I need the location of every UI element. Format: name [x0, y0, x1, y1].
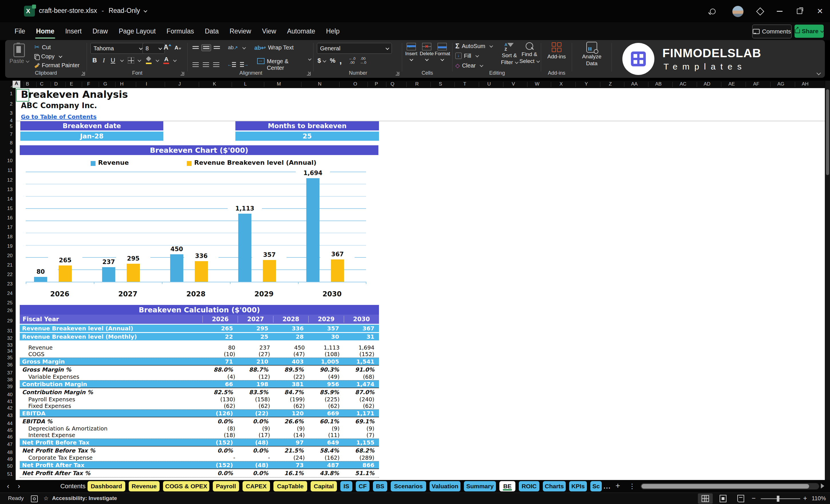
cell-value[interactable]: 30 [308, 333, 344, 340]
decrease-decimal-button[interactable]: .00→.0 [359, 57, 366, 65]
column-header-A-selected[interactable]: A [12, 81, 20, 89]
cell-value[interactable]: (158) [240, 396, 275, 403]
cell-value[interactable]: (62) [205, 403, 240, 409]
horizontal-scrollbar-thumb[interactable] [641, 484, 809, 489]
column-header-J[interactable]: J [179, 81, 181, 87]
cell-value[interactable]: 1,541 [344, 358, 379, 365]
row-header-51[interactable]: 51 [0, 471, 12, 477]
clipboard-dialog-launcher-icon[interactable] [81, 72, 85, 75]
column-header-D[interactable]: D [54, 81, 58, 87]
cell-value[interactable]: 21.5% [273, 447, 308, 454]
bar-revenue-breakeven-level-annual--2027[interactable] [127, 264, 140, 282]
insert-cells-button[interactable]: ← Insert [404, 42, 419, 62]
row-header-50[interactable]: 50 [0, 463, 12, 469]
sheet-tab-be[interactable]: BE [499, 481, 515, 492]
sheet-tab-summary[interactable]: Summary [464, 481, 496, 492]
premium-diamond-icon[interactable] [757, 7, 767, 17]
sheet-canvas[interactable]: Breakeven Analysis ABC Company Inc. Go t… [16, 88, 825, 480]
cell-value[interactable]: (4) [205, 374, 240, 380]
cell-value[interactable]: 1,155 [344, 439, 379, 446]
sheet-tab-charts[interactable]: Charts [543, 481, 566, 492]
cell-value[interactable]: 28 [273, 333, 308, 340]
row-header-20[interactable]: 20 [0, 253, 12, 259]
row-header-47[interactable]: 47 [0, 442, 12, 447]
borders-icon[interactable] [128, 57, 134, 63]
font-color-dropdown-icon[interactable] [173, 58, 177, 62]
bar-revenue-2026[interactable] [34, 277, 47, 282]
column-header-AG[interactable]: AG [777, 81, 785, 87]
cell-value[interactable]: (126) [202, 410, 238, 417]
cell-value[interactable]: 487 [308, 462, 344, 469]
cell-value[interactable]: 357 [308, 325, 344, 332]
number-format-combobox[interactable]: General [317, 43, 392, 54]
cell-value[interactable]: 0.0% [237, 470, 273, 476]
column-header-H[interactable]: H [120, 81, 124, 87]
menu-item-page-layout[interactable]: Page Layout [113, 25, 161, 38]
cell-value[interactable]: 0.0% [202, 418, 238, 425]
column-header-G[interactable]: G [103, 81, 107, 87]
vertical-scrollbar[interactable] [825, 81, 830, 480]
bar-revenue-2029[interactable] [238, 214, 251, 282]
bar-revenue-breakeven-level-annual--2028[interactable] [195, 261, 208, 282]
row-header-15[interactable]: 15 [0, 206, 12, 211]
row-header-26[interactable]: 26 [0, 308, 12, 314]
menu-item-data[interactable]: Data [199, 25, 224, 38]
cell-value[interactable]: 1,474 [344, 381, 379, 387]
column-headers[interactable]: A BCDEFGHIJKLMNOPQRSTUVWXYZAAABACADAEAFA… [0, 81, 825, 88]
cell-value[interactable]: (10) [205, 351, 240, 357]
row-header-43[interactable]: 43 [0, 413, 12, 418]
menu-item-help[interactable]: Help [321, 25, 345, 38]
row-header-37[interactable]: 37 [0, 370, 12, 376]
menu-item-file[interactable]: File [9, 25, 31, 38]
sheet-tab-valuation[interactable]: Valuation [429, 481, 460, 492]
row-header-8[interactable]: 8 [0, 140, 12, 146]
row-header-39[interactable]: 39 [0, 384, 12, 389]
cell-value[interactable]: 51.1% [344, 470, 379, 476]
cell-value[interactable]: (62) [344, 403, 379, 409]
cell-value[interactable]: 336 [273, 325, 308, 332]
row-headers[interactable]: 1234578910111213141516171819202122232425… [0, 88, 16, 480]
cell-value[interactable]: 89.5% [273, 367, 308, 373]
sheet-tab-capital[interactable]: Capital [311, 481, 337, 492]
row-header-48[interactable]: 48 [0, 450, 12, 455]
menu-item-formulas[interactable]: Formulas [161, 25, 199, 38]
cell-value[interactable]: 295 [237, 325, 273, 332]
cell-value[interactable]: 1,171 [344, 410, 379, 417]
minimize-button[interactable] [777, 7, 787, 17]
clear-button[interactable]: ◇Clear [455, 61, 492, 70]
cell-value[interactable]: (152) [344, 351, 379, 357]
font-name-combobox[interactable]: Tahoma [90, 43, 145, 54]
cell-value[interactable]: 210 [237, 358, 273, 365]
cell-value[interactable]: (7) [344, 432, 379, 439]
column-header-AA[interactable]: AA [631, 81, 638, 87]
decrease-font-size-button[interactable]: A [174, 44, 181, 51]
cell-value[interactable]: 71 [202, 358, 238, 365]
avatar[interactable] [732, 6, 744, 17]
page-break-view-button[interactable] [733, 494, 748, 504]
column-header-AC[interactable]: AC [679, 81, 687, 87]
search-icon[interactable] [710, 7, 720, 17]
column-header-L[interactable]: L [244, 81, 247, 87]
row-header-45[interactable]: 45 [0, 428, 12, 433]
cell-value[interactable]: 669 [308, 410, 344, 417]
wrap-text-button[interactable]: ab↩ Wrap Text [253, 43, 295, 53]
cell-value[interactable]: 16.1% [273, 470, 308, 476]
cell-value[interactable]: 649 [308, 439, 344, 446]
sheet-tab-scenarios[interactable]: Scenarios [391, 481, 426, 492]
row-header-36[interactable]: 36 [0, 362, 12, 368]
menu-item-home[interactable]: Home [31, 25, 60, 38]
cell-value[interactable]: (27) [240, 351, 275, 357]
orientation-icon[interactable]: ab↗ [226, 43, 240, 52]
cell-value[interactable]: (62) [310, 403, 344, 409]
column-header-C[interactable]: C [40, 81, 43, 87]
autosum-button[interactable]: ΣAutoSum [455, 41, 492, 51]
column-header-AE[interactable]: AE [729, 81, 735, 87]
cell-value[interactable]: (9) [310, 426, 344, 432]
cell-value[interactable]: (130) [205, 396, 240, 403]
row-header-38[interactable]: 38 [0, 377, 12, 383]
column-header-I[interactable]: I [146, 81, 147, 87]
cell-value[interactable]: (162) [310, 454, 344, 461]
cell-value[interactable]: 83.5% [237, 389, 273, 396]
cell-value[interactable]: 367 [344, 325, 379, 332]
cell-value[interactable]: (199) [275, 396, 310, 403]
